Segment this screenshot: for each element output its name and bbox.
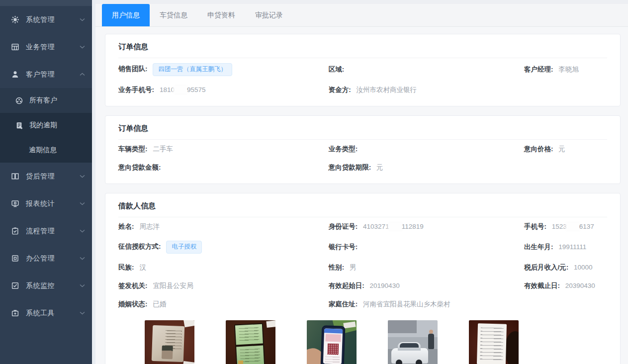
photo-cell: 人车合影 — [388, 320, 438, 364]
sidebar-item-office-management[interactable]: 办公管理 — [0, 245, 92, 272]
tab-car-loan-info[interactable]: 车贷信息 — [150, 4, 197, 26]
book-icon — [11, 172, 19, 181]
field-label: 姓名: — [118, 223, 134, 230]
chevron-down-icon — [80, 284, 85, 287]
field-label: 车辆类型: — [118, 145, 148, 153]
sidebar-subitem-all-customers[interactable]: 所有客户 — [0, 88, 92, 113]
sidebar-item-system-tools[interactable]: 系统工具 — [0, 299, 92, 327]
sidebar-top-strip — [0, 0, 92, 6]
customers-icon — [15, 96, 23, 105]
field-row: 销售团队: 四团一营（直属王鹏飞） 区域: 客户经理: 李晓旭 — [118, 58, 607, 81]
id-number-field: 身份证号: 4103271112819 — [329, 222, 524, 231]
field-label: 征信授权方式: — [118, 243, 161, 250]
tab-loan-application-docs[interactable]: 申贷资料 — [197, 4, 245, 26]
sidebar-item-label: 办公管理 — [26, 254, 55, 263]
issuing-authority-field: 签发机关: 宜阳县公安局 — [118, 281, 329, 290]
sidebar-subitem-label: 逾期信息 — [29, 146, 57, 155]
card-title: 借款人信息 — [118, 201, 607, 217]
chevron-down-icon — [80, 45, 85, 49]
person-with-car-photo-thumb[interactable] — [388, 320, 438, 364]
name-field: 姓名: 周志洋 — [118, 222, 329, 231]
sidebar-item-label: 贷后管理 — [26, 172, 55, 181]
credit-auth-tag[interactable]: 电子授权 — [166, 241, 202, 254]
photo-cell: 整本户口本 — [226, 320, 275, 364]
other-document-photo-thumb[interactable] — [469, 320, 519, 364]
business-phone-field: 业务手机号: 181095575 — [118, 86, 329, 94]
sidebar-item-business-management[interactable]: 业务管理 — [0, 33, 92, 61]
content-scroll-area[interactable]: 订单信息 销售团队: 四团一营（直属王鹏飞） 区域: 客户经理: 李晓旭 — [95, 27, 628, 364]
field-label: 有效起始日: — [329, 282, 364, 289]
chevron-down-icon — [80, 18, 85, 21]
sales-team-tag[interactable]: 四团一营（直属王鹏飞） — [153, 63, 232, 76]
field-value: 河南省宜阳县花果山乡木柴村 — [363, 300, 450, 308]
field-label: 资金方: — [329, 86, 351, 93]
intended-price-field: 意向价格: 元 — [524, 145, 607, 154]
photo-cell: 其他材料 — [469, 320, 519, 364]
chevron-up-icon — [80, 73, 85, 76]
sidebar-item-report-statistics[interactable]: 报表统计 — [0, 190, 92, 217]
user-icon — [11, 70, 19, 79]
field-label: 意向贷款期限: — [329, 164, 371, 171]
sidebar-subitem-my-overdue[interactable]: 我的逾期 — [0, 113, 92, 138]
sidebar: 系统管理 业务管理 客户管理 — [0, 0, 92, 364]
field-row: 民族: 汉 性别: 男 税后月收入/元: 10000 — [118, 258, 607, 276]
sidebar-item-workflow-management[interactable]: 流程管理 — [0, 217, 92, 245]
sidebar-subitem-label: 我的逾期 — [29, 121, 57, 130]
sidebar-item-postloan-management[interactable]: 贷后管理 — [0, 163, 92, 190]
top-strip — [95, 0, 628, 4]
field-value: 已婚 — [153, 300, 166, 308]
sidebar-item-system-monitor[interactable]: 系统监控 — [0, 272, 92, 299]
credit-auth-field: 征信授权方式: 电子授权 — [118, 241, 329, 254]
sidebar-item-customer-management[interactable]: 客户管理 — [0, 61, 92, 88]
field-label: 身份证号: — [329, 223, 358, 230]
office-icon — [11, 254, 19, 263]
censored-digits — [567, 223, 579, 230]
intended-loan-term-field: 意向贷款期限: 元 — [329, 163, 524, 172]
field-label: 婚姻状态: — [118, 300, 148, 308]
field-label: 意向贷款金额: — [118, 164, 161, 171]
workflow-icon — [11, 227, 19, 235]
field-value: 19911111 — [558, 243, 586, 251]
funder-field: 资金方: 汝州市农村商业银行 — [329, 86, 524, 94]
field-row: 意向贷款金额: 意向贷款期限: 元 — [118, 158, 607, 177]
photo-cell: 征信授权 — [307, 320, 357, 364]
sidebar-scroll-strip[interactable] — [92, 0, 95, 364]
field-value: 181095575 — [160, 86, 206, 93]
sidebar-item-label: 系统管理 — [26, 15, 55, 24]
field-label: 民族: — [118, 264, 134, 271]
business-type-field: 业务类型: — [329, 145, 524, 154]
region-field: 区域: — [329, 65, 524, 74]
household-booklet-photo-thumb[interactable] — [226, 320, 275, 364]
field-value: 男 — [350, 264, 357, 271]
field-label: 家庭住址: — [329, 300, 358, 308]
sidebar-item-label: 流程管理 — [26, 227, 55, 236]
field-label: 业务类型: — [329, 145, 358, 153]
tab-bar: 用户信息 车贷信息 申贷资料 审批记录 — [95, 4, 628, 27]
credit-auth-phone-photo-thumb[interactable] — [307, 320, 357, 364]
field-value: 李晓旭 — [558, 66, 579, 73]
field-value: 周志洋 — [139, 223, 160, 230]
tab-user-info[interactable]: 用户信息 — [102, 4, 150, 26]
sidebar-subitem-label: 所有客户 — [29, 96, 57, 105]
field-label: 意向价格: — [524, 145, 553, 153]
tab-approval-records[interactable]: 审批记录 — [245, 4, 293, 26]
card-title: 订单信息 — [118, 124, 607, 140]
field-value: 汝州市农村商业银行 — [357, 86, 417, 93]
field-label: 税后月收入/元: — [524, 264, 568, 271]
valid-to-field: 有效截止日: 20390430 — [524, 281, 607, 290]
field-value: 20390430 — [565, 282, 595, 289]
sales-team-field: 销售团队: 四团一营（直属王鹏飞） — [118, 63, 329, 76]
field-value: 10000 — [574, 264, 593, 271]
id-card-photo-thumb[interactable] — [145, 320, 194, 364]
sidebar-item-label: 业务管理 — [26, 43, 55, 52]
sidebar-subitem-overdue-info[interactable]: 逾期信息 — [0, 138, 92, 163]
customer-management-submenu: 所有客户 我的逾期 逾期信息 — [0, 88, 92, 163]
customer-manager-field: 客户经理: 李晓旭 — [524, 65, 607, 74]
order-info-card: 订单信息 销售团队: 四团一营（直属王鹏飞） 区域: 客户经理: 李晓旭 — [105, 34, 621, 106]
field-label: 有效截止日: — [524, 282, 560, 289]
borrower-info-card: 借款人信息 姓名: 周志洋 身份证号: 4103271112819 手机号: 1… — [105, 193, 621, 364]
sidebar-item-system-management[interactable]: 系统管理 — [0, 6, 92, 33]
birth-field: 出生年月: 19911111 — [524, 243, 607, 252]
order-info-card-2: 订单信息 车辆类型: 二手车 业务类型: 意向价格: 元 — [105, 115, 621, 184]
intended-loan-amount-field: 意向贷款金额: — [118, 163, 329, 172]
